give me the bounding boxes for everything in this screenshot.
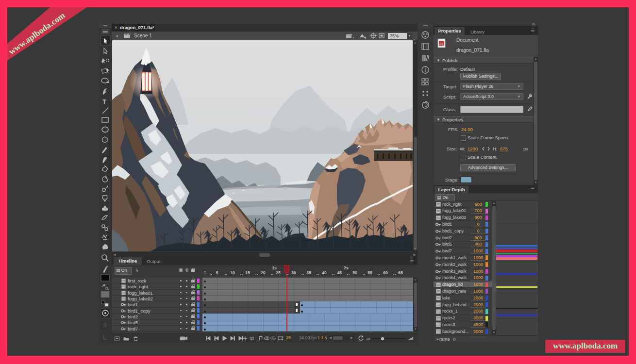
- svg-text:www.aplboda.com: www.aplboda.com: [7, 10, 67, 56]
- svg-text:T: T: [102, 98, 106, 105]
- svg-text:Fl: Fl: [440, 42, 443, 46]
- svg-text:S: S: [103, 322, 107, 329]
